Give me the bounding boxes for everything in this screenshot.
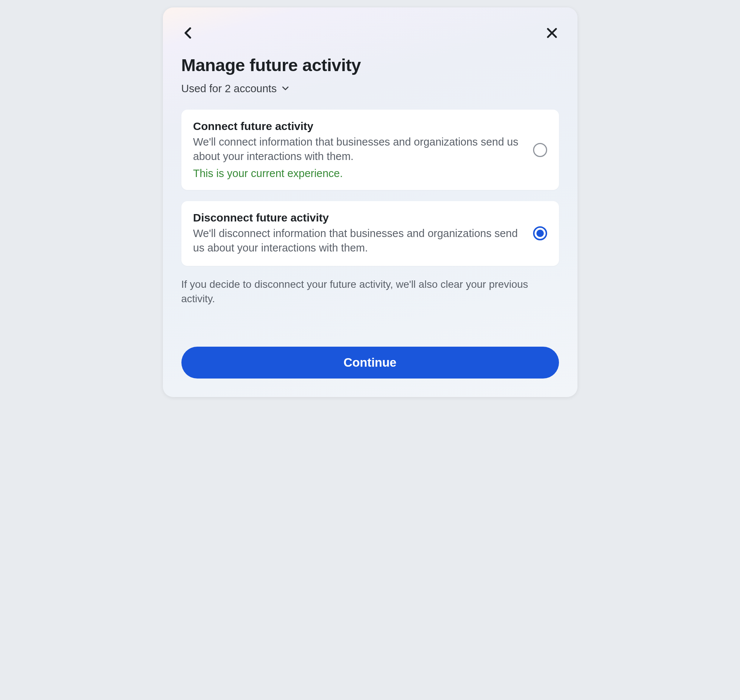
option-content: Connect future activity We'll connect in… [193, 120, 524, 179]
radio-connect[interactable] [533, 143, 547, 157]
option-content: Disconnect future activity We'll disconn… [193, 212, 524, 255]
radio-unselected-icon [533, 143, 547, 157]
modal-header [181, 26, 559, 40]
back-button[interactable] [181, 26, 195, 40]
option-title: Disconnect future activity [193, 212, 524, 224]
chevron-left-icon [181, 26, 195, 40]
manage-future-activity-modal: Manage future activity Used for 2 accoun… [163, 7, 577, 397]
close-icon [545, 26, 559, 40]
accounts-selector[interactable]: Used for 2 accounts [181, 82, 559, 95]
option-description: We'll disconnect information that busine… [193, 226, 524, 255]
page-title: Manage future activity [181, 55, 559, 75]
option-description: We'll connect information that businesse… [193, 135, 524, 164]
option-disconnect-future-activity[interactable]: Disconnect future activity We'll disconn… [181, 201, 559, 266]
radio-disconnect[interactable] [533, 226, 547, 240]
close-button[interactable] [545, 26, 559, 40]
radio-selected-icon [533, 226, 547, 240]
option-current-note: This is your current experience. [193, 168, 524, 179]
continue-button[interactable]: Continue [181, 347, 559, 378]
footer-note: If you decide to disconnect your future … [181, 277, 559, 306]
option-connect-future-activity[interactable]: Connect future activity We'll connect in… [181, 110, 559, 190]
option-title: Connect future activity [193, 120, 524, 132]
accounts-label: Used for 2 accounts [181, 82, 277, 95]
chevron-down-icon [281, 84, 290, 94]
